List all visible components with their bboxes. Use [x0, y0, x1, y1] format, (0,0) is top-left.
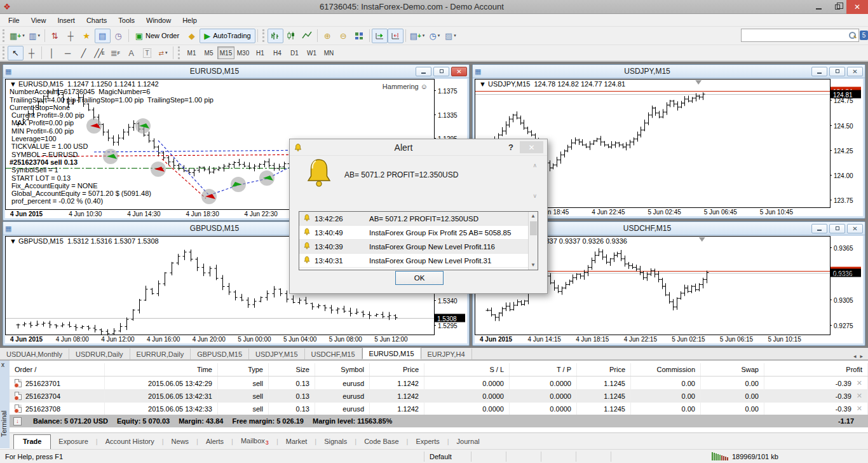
terminal-tab-code-base[interactable]: Code Base: [356, 436, 406, 447]
chart-tab-usduah[interactable]: USDUAH,Monthly: [0, 349, 69, 359]
zoom-out-button[interactable]: ⊖: [336, 29, 351, 43]
terminal-tab-signals[interactable]: Signals: [316, 436, 355, 447]
order-row[interactable]: 2516237082015.06.05 13:42:33sell0.13euru…: [10, 402, 868, 415]
scroll-down-icon[interactable]: ▼: [531, 261, 536, 270]
scroll-up-icon[interactable]: ∧: [532, 162, 537, 169]
scroll-thumb[interactable]: [530, 221, 537, 235]
order-row[interactable]: 2516237042015.06.05 13:42:31sell0.13euru…: [10, 389, 868, 403]
text-tool-button[interactable]: A: [123, 46, 139, 60]
chart-close-button[interactable]: ✕: [847, 67, 863, 76]
chart-tab-gbpusd[interactable]: GBPUSD,M15: [191, 349, 249, 359]
terminal-button[interactable]: ▤: [95, 29, 111, 43]
order-row[interactable]: 2516237012015.06.05 13:42:29sell0.13euru…: [10, 377, 868, 390]
strategy-tester-button[interactable]: ◷: [111, 29, 126, 43]
new-chart-button[interactable]: ▦+▾: [8, 29, 27, 43]
column-header-type[interactable]: Type: [218, 363, 269, 376]
scroll-up-icon[interactable]: ▲: [531, 212, 536, 221]
menu-help[interactable]: Help: [177, 15, 203, 25]
chart-tab-usdchf[interactable]: USDCHF,M15: [305, 349, 362, 359]
fibonacci-button[interactable]: ≣F: [107, 46, 123, 60]
chart-tab-eurusd[interactable]: EURUSD,M15: [362, 347, 421, 359]
terminal-close-button[interactable]: x: [1, 361, 4, 368]
text-label-button[interactable]: T: [139, 46, 155, 60]
terminal-tab-alerts[interactable]: Alerts: [198, 436, 231, 447]
terminal-tab-journal[interactable]: Journal: [449, 436, 487, 447]
alert-scrollbar[interactable]: ▲▼: [528, 212, 538, 270]
arrows-tool-button[interactable]: ⇄▾: [155, 46, 171, 60]
chart-minimize-button[interactable]: [811, 67, 827, 76]
chart-minimize-button[interactable]: [416, 67, 431, 76]
column-header-price[interactable]: Price: [370, 363, 424, 376]
chart-window-titlebar[interactable]: ▦ EURUSD,M15 ✕: [3, 65, 469, 78]
menu-file[interactable]: File: [3, 15, 25, 25]
chart-tab-usdjpy[interactable]: USDJPY,M15: [249, 349, 304, 359]
terminal-tab-market[interactable]: Market: [278, 436, 315, 447]
chart-window-titlebar[interactable]: ▦ USDJPY,M15 ✕: [473, 65, 865, 78]
alert-row[interactable]: 13:40:49InstaForex Group Fix Profit 25 A…: [299, 226, 538, 240]
menu-tools[interactable]: Tools: [112, 15, 140, 25]
new-order-button[interactable]: ▣New Order: [131, 29, 184, 43]
chart-tab-eurjpy[interactable]: EURJPY,H4: [421, 349, 472, 359]
close-button[interactable]: ✕: [846, 0, 868, 14]
timeframe-w1[interactable]: W1: [303, 46, 320, 59]
close-order-icon[interactable]: ✕: [857, 392, 862, 400]
close-order-icon[interactable]: ✕: [857, 379, 862, 387]
terminal-tab-mailbox[interactable]: Mailbox3: [233, 435, 276, 448]
column-header-profit[interactable]: Profit: [764, 363, 868, 376]
indicators-button[interactable]: ▤+▾: [408, 29, 427, 43]
timeframe-h1[interactable]: H1: [252, 46, 269, 59]
column-header-tp[interactable]: T / P: [510, 363, 577, 376]
alert-dialog-titlebar[interactable]: Alert ? ✕: [290, 139, 547, 156]
restore-button[interactable]: [828, 0, 846, 14]
zoom-in-button[interactable]: ⊕: [320, 29, 336, 43]
timeframe-m1[interactable]: M1: [183, 46, 200, 59]
alert-row[interactable]: 13:40:39InstaForex Group New Level Profi…: [299, 240, 538, 254]
chat-badge[interactable]: 5: [860, 31, 868, 40]
alert-row[interactable]: [299, 268, 538, 270]
menu-insert[interactable]: Insert: [51, 15, 81, 25]
periods-button[interactable]: ◷▾: [426, 29, 442, 43]
search-icon[interactable]: [848, 31, 857, 39]
column-header-commission[interactable]: Commission: [631, 363, 701, 376]
tab-scroll-right-icon[interactable]: ▸: [860, 353, 863, 359]
chart-tab-eurrur[interactable]: EURRUR,Daily: [130, 349, 191, 359]
tile-windows-button[interactable]: [351, 29, 367, 43]
column-header-size[interactable]: Size: [269, 363, 315, 376]
minimize-button[interactable]: [810, 0, 828, 14]
chart-close-button[interactable]: ✕: [847, 224, 863, 233]
alert-close-button[interactable]: ✕: [520, 141, 543, 153]
toolbar-grip[interactable]: [3, 29, 6, 42]
cursor-tool-button[interactable]: ↖: [8, 46, 24, 60]
profiles-button[interactable]: ▥▾: [27, 29, 43, 43]
timeframe-m30[interactable]: M30: [234, 46, 252, 59]
chart-tab-usdrur[interactable]: USDRUR,Daily: [69, 349, 130, 359]
timeframe-mn[interactable]: MN: [320, 46, 337, 59]
column-header-swap[interactable]: Swap: [701, 363, 764, 376]
status-profile[interactable]: Default: [424, 452, 471, 462]
terminal-tab-exposure[interactable]: Exposure: [51, 436, 95, 447]
chart-restore-button[interactable]: [829, 67, 845, 76]
market-watch-button[interactable]: ⇅: [47, 29, 63, 43]
toolbar-grip[interactable]: [3, 46, 6, 59]
timeframe-m5[interactable]: M5: [200, 46, 217, 59]
chart-minimize-button[interactable]: [811, 224, 827, 233]
close-order-icon[interactable]: ✕: [857, 404, 862, 413]
line-chart-button[interactable]: [299, 29, 315, 43]
metaeditor-button[interactable]: ◆: [184, 29, 200, 43]
alert-history-list[interactable]: 13:42:26AB= 5071.2 PROFIT=12.350USD13:40…: [299, 211, 538, 270]
column-header-time[interactable]: Time: [105, 363, 218, 376]
terminal-tab-experts[interactable]: Experts: [408, 436, 447, 447]
navigator-button[interactable]: ★: [79, 29, 95, 43]
chart-restore-button[interactable]: [433, 67, 449, 76]
vertical-line-button[interactable]: │: [44, 46, 60, 60]
chart-restore-button[interactable]: [829, 224, 845, 233]
trendline-button[interactable]: ╱: [76, 46, 92, 60]
timeframe-h4[interactable]: H4: [269, 46, 286, 59]
bar-chart-button[interactable]: [268, 29, 283, 43]
scroll-down-icon[interactable]: ∨: [532, 193, 537, 199]
menu-view[interactable]: View: [25, 15, 52, 25]
timeframe-d1[interactable]: D1: [286, 46, 303, 59]
help-button[interactable]: ?: [505, 142, 517, 152]
alert-row[interactable]: 13:40:31InstaForex Group New Level Profi…: [299, 254, 538, 268]
data-window-button[interactable]: ┼: [63, 29, 79, 43]
